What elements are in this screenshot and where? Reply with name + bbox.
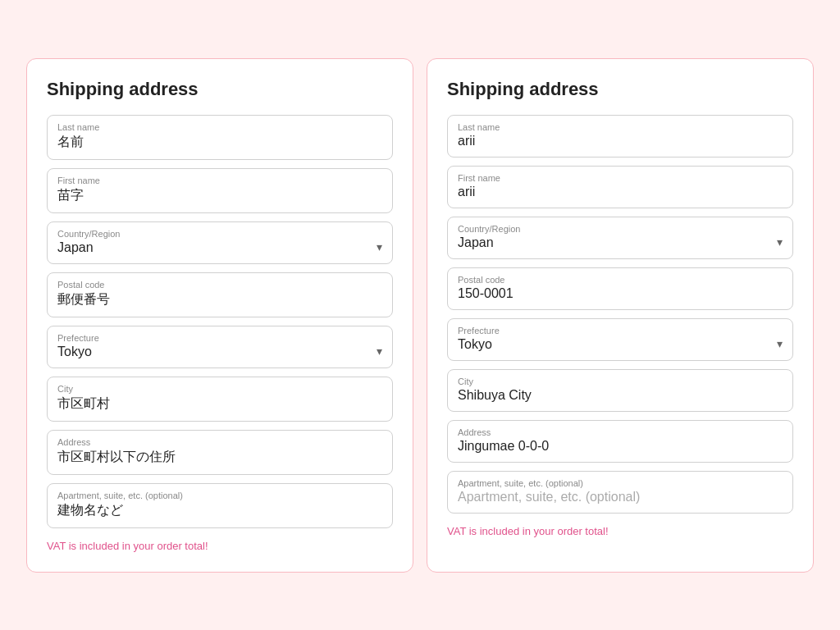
right-field-address[interactable]: Address Jingumae 0-0-0 (447, 420, 793, 463)
right-field-prefecture[interactable]: Prefecture Tokyo ▾ (447, 318, 793, 361)
left-field-value-address: 市区町村以下の住所 (57, 449, 382, 466)
left-card-title: Shipping address (47, 79, 393, 100)
left-field-label-prefecture: Prefecture (57, 333, 370, 343)
right-field-value-country: Japan (458, 235, 770, 250)
right-field-value-prefecture: Tokyo (458, 337, 770, 352)
right-field-value-postal: 150-0001 (458, 286, 783, 301)
right-field-label-prefecture: Prefecture (458, 326, 770, 336)
left-field-label-first-name: First name (57, 176, 382, 185)
left-field-value-first-name: 苗字 (57, 187, 382, 204)
left-field-label-apartment: Apartment, suite, etc. (optional) (57, 491, 382, 500)
chevron-down-icon: ▾ (777, 337, 783, 350)
left-field-value-postal: 郵便番号 (57, 291, 382, 308)
right-field-label-country: Country/Region (458, 224, 770, 234)
right-field-group: Last name arii First name arii Country/R… (447, 115, 793, 514)
left-vat-note: VAT is included in your order total! (47, 540, 393, 552)
left-field-value-apartment: 建物名など (57, 502, 382, 519)
right-field-label-last-name: Last name (458, 122, 783, 132)
left-field-value-last-name: 名前 (57, 134, 382, 151)
right-field-first-name[interactable]: First name arii (447, 166, 793, 208)
right-field-value-first-name: arii (458, 185, 783, 199)
left-field-value-prefecture: Tokyo (57, 345, 370, 359)
chevron-down-icon: ▾ (777, 235, 783, 249)
left-field-prefecture[interactable]: Prefecture Tokyo ▾ (47, 326, 393, 368)
right-field-label-postal: Postal code (458, 275, 783, 285)
left-field-label-city: City (57, 384, 382, 394)
right-card-title: Shipping address (447, 79, 793, 100)
right-field-value-address: Jingumae 0-0-0 (458, 439, 783, 454)
right-field-label-address: Address (458, 427, 783, 437)
left-field-country[interactable]: Country/Region Japan ▾ (47, 221, 393, 264)
right-card: Shipping address Last name arii First na… (427, 58, 814, 573)
right-field-label-city: City (458, 377, 783, 386)
left-field-value-city: 市区町村 (57, 395, 382, 413)
right-field-label-apartment: Apartment, suite, etc. (optional) (458, 478, 783, 488)
left-card: Shipping address Last name 名前 First name… (26, 58, 413, 573)
left-field-address[interactable]: Address 市区町村以下の住所 (47, 430, 393, 475)
left-field-label-address: Address (57, 437, 382, 447)
left-field-label-country: Country/Region (57, 229, 370, 239)
left-field-apartment[interactable]: Apartment, suite, etc. (optional) 建物名など (47, 483, 393, 528)
right-field-city[interactable]: City Shibuya City (447, 369, 793, 412)
right-field-value-city: Shibuya City (458, 388, 783, 403)
right-field-value-last-name: arii (458, 134, 783, 148)
right-field-value-apartment: Apartment, suite, etc. (optional) (458, 490, 783, 504)
right-field-postal[interactable]: Postal code 150-0001 (447, 267, 793, 310)
left-field-postal[interactable]: Postal code 郵便番号 (47, 272, 393, 317)
right-field-country[interactable]: Country/Region Japan ▾ (447, 217, 793, 259)
chevron-down-icon: ▾ (377, 345, 382, 358)
left-field-group: Last name 名前 First name 苗字 Country/Regio… (47, 115, 393, 528)
left-field-first-name[interactable]: First name 苗字 (47, 168, 393, 213)
right-field-apartment[interactable]: Apartment, suite, etc. (optional) Apartm… (447, 471, 793, 514)
left-field-label-postal: Postal code (57, 280, 382, 290)
right-field-last-name[interactable]: Last name arii (447, 115, 793, 158)
page-wrapper: Shipping address Last name 名前 First name… (13, 45, 827, 586)
left-field-city[interactable]: City 市区町村 (47, 377, 393, 422)
left-field-last-name[interactable]: Last name 名前 (47, 115, 393, 160)
chevron-down-icon: ▾ (377, 240, 382, 253)
left-field-value-country: Japan (57, 240, 370, 255)
left-field-label-last-name: Last name (57, 122, 382, 132)
right-field-label-first-name: First name (458, 173, 783, 183)
right-vat-note: VAT is included in your order total! (447, 525, 793, 537)
